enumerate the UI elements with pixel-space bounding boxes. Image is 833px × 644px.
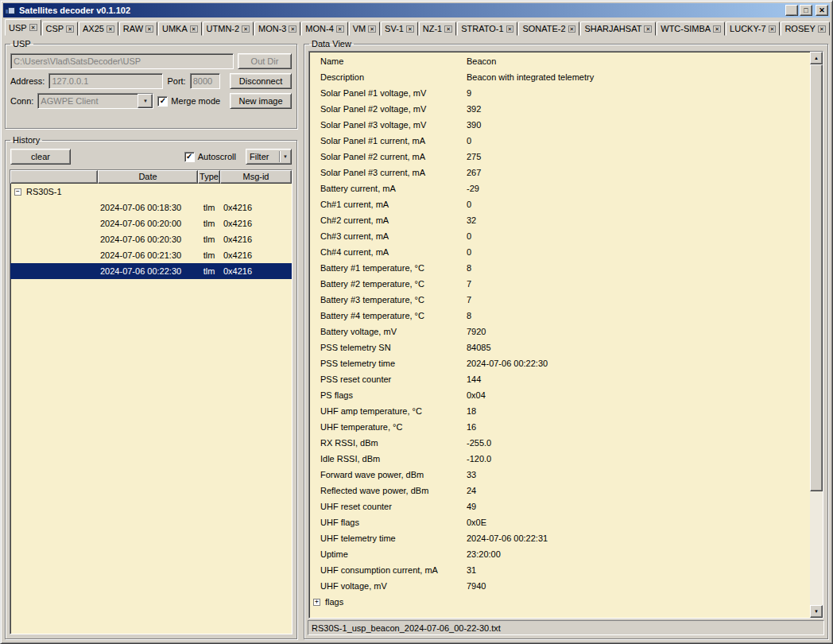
dataview-row[interactable]: Battery #4 temperature, °C8: [309, 308, 810, 324]
conn-select[interactable]: AGWPE Client ▼: [37, 93, 153, 109]
dataview-row[interactable]: Ch#3 current, mA0: [309, 228, 810, 244]
dataview-row[interactable]: Solar Panel #1 current, mA0: [309, 133, 810, 149]
merge-mode-checkbox[interactable]: ✓ Merge mode: [157, 96, 220, 107]
history-col-msgid[interactable]: Msg-id: [220, 170, 292, 184]
dataview-row[interactable]: Battery #1 temperature, °C8: [309, 260, 810, 276]
maximize-button[interactable]: □: [800, 5, 812, 16]
clear-button[interactable]: clear: [10, 149, 71, 165]
dataview-row[interactable]: UHF flags0x0E: [309, 514, 810, 530]
tab-strato-1[interactable]: STRATO-1✕: [457, 21, 517, 36]
tab-mon-3[interactable]: MON-3✕: [254, 21, 300, 36]
address-field[interactable]: [48, 73, 163, 89]
tab-close-icon[interactable]: ✕: [29, 24, 37, 31]
dataview-row[interactable]: Uptime23:20:00: [309, 546, 810, 562]
tab-rosey[interactable]: ROSEY✕: [781, 21, 829, 36]
history-col-date[interactable]: Date: [98, 170, 198, 184]
dataview-row[interactable]: PSS telemetry SN84085: [309, 339, 810, 355]
dataview-row[interactable]: DescriptionBeacon with integrated teleme…: [309, 69, 810, 85]
dataview-row[interactable]: UHF telemetry time2024-07-06 00:22:31: [309, 530, 810, 546]
history-row[interactable]: 2024-07-06 00:22:30tlm0x4216: [10, 263, 292, 279]
dataview-row[interactable]: Battery #3 temperature, °C7: [309, 292, 810, 308]
tab-lucky-7[interactable]: LUCKY-7✕: [726, 21, 780, 36]
history-row[interactable]: 2024-07-06 00:20:30tlm0x4216: [10, 231, 292, 247]
tab-usp[interactable]: USP✕: [5, 19, 41, 36]
dataview-row[interactable]: Ch#1 current, mA0: [309, 196, 810, 212]
tab-close-icon[interactable]: ✕: [242, 25, 250, 33]
history-row[interactable]: 2024-07-06 00:21:30tlm0x4216: [10, 247, 292, 263]
autoscroll-checkbox[interactable]: ✓ Autoscroll: [184, 152, 236, 162]
tab-close-icon[interactable]: ✕: [66, 25, 74, 33]
tab-close-icon[interactable]: ✕: [713, 25, 721, 33]
tab-close-icon[interactable]: ✕: [289, 25, 296, 33]
dataview-row[interactable]: PSS telemetry time2024-07-06 00:22:30: [309, 355, 810, 371]
tab-sonate-2[interactable]: SONATE-2✕: [518, 21, 579, 36]
dataview-row[interactable]: UHF consumption current, mA31: [309, 562, 810, 578]
dataview-row[interactable]: UHF temperature, °C16: [309, 419, 810, 435]
scroll-up-button[interactable]: ▲: [810, 52, 823, 64]
tab-csp[interactable]: CSP✕: [42, 21, 79, 36]
tab-close-icon[interactable]: ✕: [336, 25, 344, 33]
dataview-row[interactable]: Solar Panel #2 voltage, mV392: [309, 101, 810, 117]
disconnect-button[interactable]: Disconnect: [230, 73, 292, 89]
dataview-row[interactable]: Ch#2 current, mA32: [309, 212, 810, 228]
minimize-button[interactable]: _: [785, 5, 798, 16]
tab-close-icon[interactable]: ✕: [644, 25, 652, 33]
dataview-row[interactable]: Forward wave power, dBm33: [309, 467, 810, 483]
collapse-icon[interactable]: −: [14, 188, 21, 196]
dataview-row[interactable]: Solar Panel #2 current, mA275: [309, 149, 810, 165]
tab-sharjahsat[interactable]: SHARJAHSAT✕: [580, 21, 656, 36]
tab-nz-1[interactable]: NZ-1✕: [419, 21, 456, 36]
tab-close-icon[interactable]: ✕: [406, 25, 414, 33]
history-col-type[interactable]: Type: [198, 170, 220, 184]
tab-close-icon[interactable]: ✕: [368, 25, 376, 33]
dataview-row[interactable]: Battery #2 temperature, °C7: [309, 276, 810, 292]
dataview-row[interactable]: UHF voltage, mV7940: [309, 578, 810, 594]
dataview-row[interactable]: NameBeacon: [309, 53, 810, 69]
tab-sv-1[interactable]: SV-1✕: [381, 21, 418, 36]
tab-vm[interactable]: VM✕: [349, 21, 380, 36]
dataview-row[interactable]: RX RSSI, dBm-255.0: [309, 435, 810, 451]
title-bar[interactable]: Satellites decoder v0.1.102 _ □ ✕: [3, 3, 830, 17]
new-image-button[interactable]: New image: [230, 93, 292, 109]
tab-ax25[interactable]: AX25✕: [79, 21, 118, 36]
flags-expand-row[interactable]: +flags: [309, 594, 810, 610]
tab-close-icon[interactable]: ✕: [769, 25, 777, 33]
dataview-row[interactable]: UHF amp temperature, °C18: [309, 403, 810, 419]
chevron-down-icon[interactable]: ▼: [138, 94, 153, 108]
dataview-row[interactable]: PS flags0x04: [309, 387, 810, 403]
dataview-scrollbar[interactable]: ▲ ▼: [810, 52, 823, 618]
tab-mon-4[interactable]: MON-4✕: [301, 21, 347, 36]
history-col-tree[interactable]: [10, 170, 98, 184]
close-button[interactable]: ✕: [816, 5, 828, 16]
history-group-row[interactable]: −RS30S-1: [10, 184, 292, 200]
tab-close-icon[interactable]: ✕: [107, 25, 114, 33]
history-row[interactable]: 2024-07-06 00:18:30tlm0x4216: [10, 200, 292, 215]
port-field[interactable]: [190, 73, 220, 89]
tab-close-icon[interactable]: ✕: [444, 25, 452, 33]
dataview-row[interactable]: Reflected wave power, dBm24: [309, 483, 810, 499]
tab-close-icon[interactable]: ✕: [506, 25, 514, 33]
scrollbar-track[interactable]: [810, 64, 823, 605]
expand-icon[interactable]: +: [313, 599, 320, 606]
tab-umka[interactable]: UMKA✕: [158, 21, 202, 36]
dataview-row[interactable]: Battery current, mA-29: [309, 180, 810, 196]
filter-button[interactable]: Filter ▼: [246, 149, 292, 165]
tab-raw[interactable]: RAW✕: [119, 21, 157, 36]
tab-close-icon[interactable]: ✕: [568, 25, 576, 33]
dataview-row[interactable]: Solar Panel #3 voltage, mV390: [309, 117, 810, 133]
tab-utmn-2[interactable]: UTMN-2✕: [203, 21, 254, 36]
scrollbar-thumb[interactable]: [810, 64, 823, 491]
tab-close-icon[interactable]: ✕: [818, 25, 826, 33]
dataview-row[interactable]: Solar Panel #1 voltage, mV9: [309, 85, 810, 101]
history-row[interactable]: 2024-07-06 00:20:00tlm0x4216: [10, 215, 292, 231]
tab-close-icon[interactable]: ✕: [190, 25, 198, 33]
dataview-row[interactable]: PSS reset counter144: [309, 371, 810, 387]
out-dir-button[interactable]: Out Dir: [238, 53, 292, 69]
output-path-field[interactable]: [10, 53, 234, 69]
tab-wtc-simba[interactable]: WTC-SIMBA✕: [657, 21, 725, 36]
dataview-row[interactable]: Solar Panel #3 current, mA267: [309, 165, 810, 180]
dataview-row[interactable]: Battery voltage, mV7920: [309, 324, 810, 339]
dataview-row[interactable]: Ch#4 current, mA0: [309, 244, 810, 260]
dataview-row[interactable]: Idle RSSI, dBm-120.0: [309, 451, 810, 467]
dataview-row[interactable]: UHF reset counter49: [309, 499, 810, 514]
